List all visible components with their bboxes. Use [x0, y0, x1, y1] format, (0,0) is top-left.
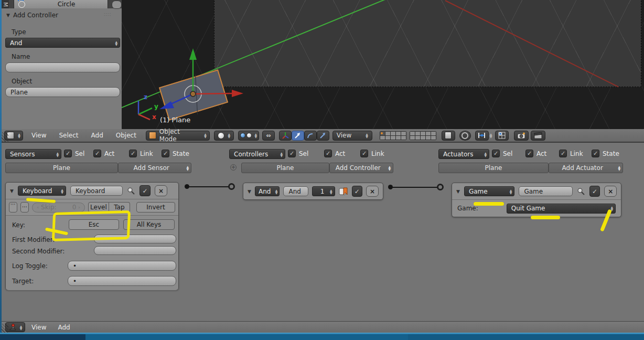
actuators-sel-checkbox[interactable]: ✓Sel — [492, 150, 512, 157]
actuators-filter-value: Actuators — [443, 151, 482, 158]
rotate-tool-button[interactable] — [304, 131, 317, 141]
sensors-filter-dropdown[interactable]: Sensors ▲▼ — [5, 149, 61, 159]
manipulator-axis-icon[interactable] — [279, 131, 292, 141]
panel-drag-grip-icon[interactable]: ········ — [104, 13, 111, 17]
controller-type-dropdown[interactable]: And ▲▼ — [255, 186, 280, 196]
sensors-state-checkbox[interactable]: ✓State — [162, 150, 189, 157]
controllers-sel-checkbox[interactable]: ✓Sel — [288, 150, 308, 157]
menu-add[interactable]: Add — [91, 132, 103, 139]
controller-name-field[interactable]: And — [283, 186, 308, 196]
sensor-close-button[interactable]: × — [155, 185, 167, 196]
wire-endpoint-ring[interactable] — [228, 183, 235, 190]
controller-state-dropdown[interactable]: 1 ▲▼ — [312, 186, 335, 196]
render-camera-icon[interactable] — [514, 131, 529, 141]
actuators-link-checkbox[interactable]: ✓Link — [559, 150, 583, 157]
actuator-close-button[interactable]: × — [604, 186, 617, 197]
controller-link-socket-icon[interactable]: + — [230, 164, 237, 171]
add-controller-dropdown[interactable]: Add Controller ▲▼ — [329, 163, 393, 173]
pivot-dropdown[interactable]: ▲▼ — [238, 131, 259, 141]
layers-grid-1[interactable] — [380, 131, 406, 140]
wire-endpoint-ring[interactable] — [437, 184, 444, 190]
manipulator-toggle-icon[interactable]: ⇔ — [262, 131, 275, 141]
lock-to-scene-icon[interactable] — [442, 131, 455, 141]
dropdown-arrows-icon: ▲▼ — [20, 325, 23, 330]
vertical-tab[interactable]: M — [2, 0, 9, 8]
sensor-type-dropdown[interactable]: Keyboard ▲▼ — [18, 186, 66, 196]
render-animation-clapper-icon[interactable] — [531, 131, 545, 141]
pulse-false-icon[interactable]: ''' — [20, 202, 29, 212]
collapse-icon[interactable]: ▼ — [456, 189, 460, 194]
menu-select[interactable]: Select — [59, 132, 78, 139]
dropdown-arrows-icon: ▲▼ — [18, 133, 20, 138]
sensor-name-value: Keyboard — [76, 187, 105, 195]
snap-target-icon[interactable] — [495, 131, 509, 141]
actuator-name-field[interactable]: Game — [519, 186, 573, 196]
collapse-icon[interactable]: ▼ — [248, 189, 251, 194]
check-icon: ✓ — [360, 150, 368, 157]
name-field[interactable] — [5, 62, 120, 72]
sensor-name-field[interactable]: Keyboard — [70, 186, 123, 196]
pin-icon[interactable] — [127, 187, 135, 195]
controllers-link-checkbox[interactable]: ✓Link — [360, 150, 384, 157]
snap-magnet-icon[interactable] — [475, 131, 489, 141]
taskbar-segment[interactable] — [0, 334, 85, 340]
invert-button[interactable]: Invert — [136, 202, 175, 212]
pulse-true-icon[interactable]: ''' — [9, 202, 17, 212]
scrollbar-thumb[interactable] — [112, 1, 122, 9]
y-arrow-shaft — [169, 94, 193, 105]
target-field[interactable]: • — [68, 276, 176, 286]
add-actuator-dropdown[interactable]: Add Actuator ▲▼ — [549, 163, 623, 173]
second-modifier-field[interactable] — [94, 246, 176, 255]
add-controller-label: Add Controller — [330, 164, 386, 172]
shading-dropdown[interactable]: ▲▼ — [214, 131, 234, 141]
controller-active-checkbox[interactable]: ✓ — [352, 186, 363, 197]
sensors-link-label: Link — [140, 150, 153, 157]
skip-slider[interactable]: ‹ Skip: 0 › — [32, 203, 85, 212]
actuators-state-checkbox[interactable]: ✓State — [592, 150, 619, 157]
check-icon: ✓ — [64, 150, 72, 157]
menu-object[interactable]: Object — [116, 132, 136, 139]
taskbar-segment[interactable] — [408, 334, 644, 340]
target-label: Target: — [12, 278, 34, 285]
actuator-type-dropdown[interactable]: Game ▲▼ — [464, 186, 515, 196]
logic-menu-add[interactable]: Add — [58, 324, 70, 331]
proportional-edit-icon[interactable] — [459, 131, 471, 141]
sensors-act-checkbox[interactable]: ✓Act — [93, 150, 114, 157]
mode-dropdown[interactable]: Object Mode ▲▼ — [146, 131, 210, 141]
actuator-active-checkbox[interactable]: ✓ — [589, 186, 600, 197]
menu-view[interactable]: View — [31, 132, 46, 139]
taskbar-segment[interactable] — [85, 334, 408, 340]
scale-tool-button[interactable] — [317, 131, 329, 141]
object-field-value: Plane — [10, 89, 28, 96]
type-dropdown[interactable]: And ▲▼ — [5, 38, 120, 48]
translate-tool-button[interactable] — [292, 131, 304, 141]
add-controller-panel-header[interactable]: ▼ Add Controller — [6, 12, 58, 19]
sensor-active-checkbox[interactable]: ✓ — [139, 185, 151, 196]
game-label: Game: — [457, 205, 478, 212]
actuators-act-checkbox[interactable]: ✓Act — [525, 150, 546, 157]
controllers-act-checkbox[interactable]: ✓Act — [324, 150, 345, 157]
bookmark-icon[interactable] — [339, 187, 348, 196]
add-sensor-dropdown[interactable]: Add Sensor ▲▼ — [118, 163, 191, 173]
pin-icon[interactable] — [577, 187, 585, 196]
layers-grid-2[interactable] — [410, 131, 436, 140]
3d-viewport[interactable]: z y x (1) Plane — [122, 0, 644, 129]
all-keys-button[interactable]: All Keys — [123, 219, 175, 230]
controller-close-button[interactable]: × — [366, 186, 379, 197]
actuators-filter-dropdown[interactable]: Actuators ▲▼ — [438, 149, 489, 159]
orientation-dropdown[interactable]: View ▲▼ — [332, 131, 372, 141]
dropdown-arrows-icon[interactable]: ▲▼ — [490, 133, 492, 138]
sensors-link-checkbox[interactable]: ✓Link — [129, 150, 153, 157]
controllers-filter-dropdown[interactable]: Controllers ▲▼ — [229, 149, 285, 159]
object-field[interactable]: Plane — [5, 87, 120, 97]
collapse-icon[interactable]: ▼ — [10, 188, 14, 194]
game-mode-dropdown[interactable]: Quit Game ▲▼ — [507, 204, 616, 214]
dropdown-arrows-icon: ▲▼ — [366, 133, 368, 138]
tab-circle[interactable]: Circle — [14, 0, 108, 8]
logic-menu-view[interactable]: View — [31, 324, 46, 331]
taskbar[interactable] — [0, 333, 644, 340]
logic-editor[interactable]: Sensors ▲▼ ✓Sel ✓Act ✓Link ✓State Contro… — [0, 143, 644, 321]
check-icon: ✓ — [492, 150, 500, 157]
log-toggle-field[interactable]: • — [68, 261, 176, 271]
sensors-sel-checkbox[interactable]: ✓Sel — [64, 150, 84, 157]
